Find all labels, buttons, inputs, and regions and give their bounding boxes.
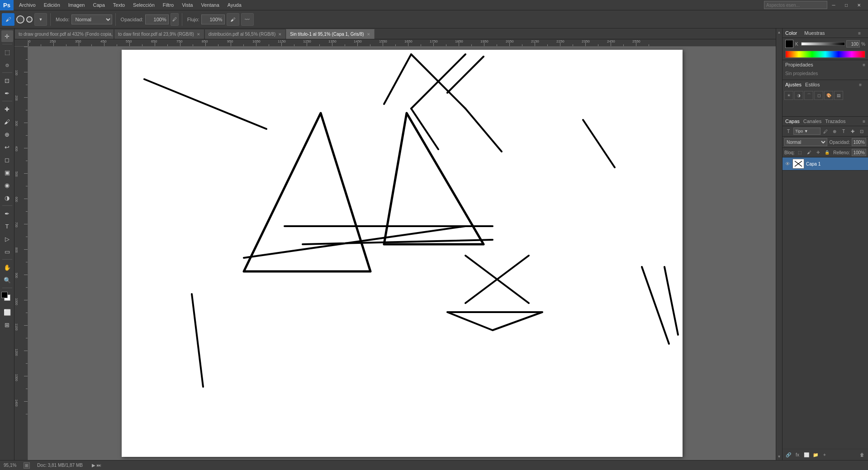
maximize-button[interactable]: □ — [840, 0, 853, 10]
lock-transparency-btn[interactable]: ⬚ — [797, 149, 804, 156]
hand-tool-icon[interactable]: ✋ — [1, 261, 13, 273]
canvas-viewport[interactable] — [28, 47, 776, 460]
tab-close-1[interactable]: ✕ — [197, 32, 200, 37]
menu-texto[interactable]: Texto — [109, 1, 128, 9]
layer-filter1[interactable]: 🖊 — [821, 127, 830, 135]
lock-pixels-btn[interactable]: 🖌 — [806, 149, 813, 156]
color-gradient-bar[interactable] — [785, 51, 865, 58]
menu-archivo[interactable]: Archivo — [15, 1, 39, 9]
paths-tab[interactable]: Trazados — [825, 119, 845, 124]
adj-contrast[interactable]: ◑ — [794, 91, 803, 100]
create-group-btn[interactable]: 📁 — [811, 451, 820, 459]
adj-exposure[interactable]: ◻ — [814, 91, 823, 100]
close-button[interactable]: ✕ — [853, 0, 865, 10]
tab-close-2[interactable]: ✕ — [278, 32, 282, 37]
history-tool-icon[interactable]: ↩ — [1, 141, 13, 153]
link-layers-btn[interactable]: 🔗 — [784, 451, 792, 459]
add-style-btn[interactable]: fx — [793, 451, 802, 459]
search-input[interactable] — [764, 1, 827, 9]
brush-size-btn1[interactable] — [16, 15, 24, 24]
menu-edicion[interactable]: Edición — [40, 1, 64, 9]
brush-tool-button[interactable]: 🖌 — [2, 13, 14, 26]
pen-tool-icon[interactable]: ✒ — [1, 208, 13, 219]
add-mask-btn[interactable]: ⬜ — [802, 451, 811, 459]
blur-tool-icon[interactable]: ◉ — [1, 179, 13, 191]
tab-2[interactable]: distribución.pdf al 56,5% (RGB/8) ✕ — [204, 29, 286, 39]
path-tool-icon[interactable]: ▷ — [1, 233, 13, 245]
menu-capa[interactable]: Capa — [89, 1, 108, 9]
lock-position-btn[interactable]: ✛ — [815, 149, 822, 156]
menu-vista[interactable]: Vista — [178, 1, 196, 9]
canvas-surface[interactable] — [122, 50, 683, 457]
drawing-svg[interactable] — [122, 50, 683, 457]
layers-menu[interactable]: ≡ — [863, 119, 865, 124]
layer-visibility-0[interactable]: 👁 — [784, 161, 791, 167]
tab-close-3[interactable]: ✕ — [367, 32, 370, 37]
create-layer-btn[interactable]: + — [821, 451, 829, 459]
color-tab[interactable]: Color — [785, 30, 797, 36]
styles-tab[interactable]: Estilos — [805, 82, 820, 87]
layer-filter5[interactable]: ⊡ — [858, 127, 866, 135]
samples-tab[interactable]: Muestras — [804, 30, 825, 36]
layer-type-filter[interactable]: T — [784, 127, 792, 135]
play-btn[interactable]: ▶ — [92, 463, 95, 468]
layer-filter-select[interactable]: Tipo ▼ — [793, 128, 821, 135]
menu-imagen[interactable]: Imagen — [65, 1, 89, 9]
foreground-swatch[interactable] — [785, 40, 793, 48]
nav-up-btn[interactable]: ▲ — [777, 29, 782, 35]
mode-select[interactable]: Normal — [71, 14, 112, 24]
delete-layer-btn[interactable]: 🗑 — [858, 451, 866, 459]
crop-tool-icon[interactable]: ⊡ — [1, 75, 13, 86]
zoom-fit-btn[interactable]: ⊞ — [24, 462, 30, 469]
adjustments-menu[interactable]: ≡ — [859, 82, 862, 87]
dodge-tool-icon[interactable]: ◑ — [1, 192, 13, 204]
layers-tab[interactable]: Capas — [785, 119, 800, 124]
heal-tool-icon[interactable]: ✚ — [1, 103, 13, 115]
fill-input[interactable] — [852, 149, 866, 156]
k-value-input[interactable] — [846, 40, 860, 47]
move-tool-icon[interactable]: ✛ — [1, 30, 13, 42]
flux-input[interactable] — [201, 14, 225, 24]
layer-filter4[interactable]: ✚ — [849, 127, 857, 135]
layer-mode-select[interactable]: Normal — [784, 138, 827, 146]
menu-filtro[interactable]: Filtro — [159, 1, 177, 9]
channels-tab[interactable]: Canales — [803, 119, 821, 124]
minimize-button[interactable]: ─ — [827, 0, 840, 10]
color-panel-menu[interactable]: ≡ — [858, 31, 861, 36]
zoom-tool-icon[interactable]: 🔍 — [1, 274, 13, 286]
selection-tool-icon[interactable]: ⬚ — [1, 46, 13, 58]
eyedropper-tool-icon[interactable]: ✒ — [1, 87, 13, 99]
layer-filter2[interactable]: ⊕ — [830, 127, 839, 135]
brush-tool-icon[interactable]: 🖌 — [1, 116, 13, 128]
screen-mode-icon[interactable]: ⊞ — [1, 319, 13, 331]
adj-brightness[interactable]: ☀ — [784, 91, 793, 100]
adj-curves[interactable]: ⌒ — [804, 91, 813, 100]
quick-mask-icon[interactable]: ⬜ — [1, 306, 13, 318]
nav-down-btn[interactable]: ▼ — [777, 454, 782, 459]
brush-size-btn2[interactable] — [26, 16, 33, 23]
gradient-tool-icon[interactable]: ▣ — [1, 166, 13, 178]
tab-1[interactable]: to daw first floor.pdf al 23,9% (RGB/8) … — [114, 29, 204, 39]
color-selector[interactable] — [1, 292, 13, 304]
brush-options-btn[interactable]: ▼ — [34, 13, 47, 26]
layer-filter3[interactable]: T — [840, 127, 848, 135]
layer-row-0[interactable]: 👁 Capa 1 — [783, 157, 868, 171]
opacity-input[interactable] — [145, 14, 169, 24]
menu-ayuda[interactable]: Ayuda — [224, 1, 245, 9]
tab-0[interactable]: to draw ground floor.pdf al 432% (Fondo … — [14, 29, 114, 39]
k-slider[interactable] — [801, 42, 845, 46]
smoothing-btn[interactable]: 〰 — [241, 13, 254, 26]
step-btn[interactable]: ⏭ — [97, 463, 101, 468]
adj-hue[interactable]: 🎨 — [824, 91, 833, 100]
properties-panel-menu[interactable]: ≡ — [863, 62, 865, 67]
menu-seleccion[interactable]: Selección — [129, 1, 158, 9]
layer-opacity-input[interactable] — [852, 138, 866, 146]
airbrush-btn[interactable]: 🖌 — [227, 13, 239, 26]
menu-ventana[interactable]: Ventana — [197, 1, 223, 9]
lock-all-btn[interactable]: 🔒 — [824, 149, 831, 156]
clone-tool-icon[interactable]: ⊕ — [1, 128, 13, 140]
foreground-color-swatch[interactable] — [1, 292, 8, 298]
tab-3[interactable]: Sin título-1 al 95,1% (Capa 1, Gris/8) ✕ — [286, 29, 374, 39]
opacity-options-btn[interactable]: 🖊 — [171, 13, 179, 26]
text-tool-icon[interactable]: T — [1, 220, 13, 232]
